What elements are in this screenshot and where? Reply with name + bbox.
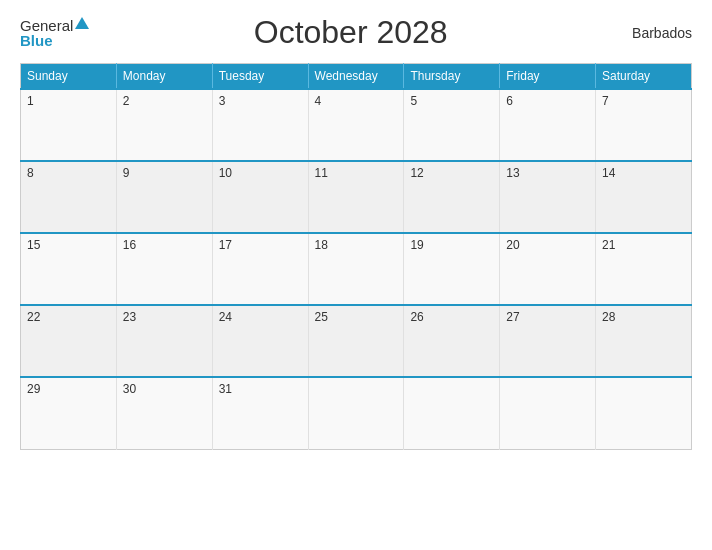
calendar-cell: 10 [212,161,308,233]
calendar-week-5: 293031 [21,377,692,449]
calendar-cell: 16 [116,233,212,305]
day-header-sunday: Sunday [21,64,117,90]
calendar-cell [404,377,500,449]
calendar-week-4: 22232425262728 [21,305,692,377]
calendar-cell: 31 [212,377,308,449]
calendar-week-3: 15161718192021 [21,233,692,305]
calendar-cell: 14 [596,161,692,233]
calendar-cell: 9 [116,161,212,233]
calendar-cell: 1 [21,89,117,161]
calendar-cell: 22 [21,305,117,377]
calendar-cell [596,377,692,449]
day-header-tuesday: Tuesday [212,64,308,90]
day-header-wednesday: Wednesday [308,64,404,90]
calendar-cell: 7 [596,89,692,161]
logo-general-text: General [20,18,73,33]
logo-triangle-icon [75,17,89,29]
calendar-cell: 19 [404,233,500,305]
calendar-cell: 20 [500,233,596,305]
calendar-cell: 27 [500,305,596,377]
day-header-friday: Friday [500,64,596,90]
day-header-saturday: Saturday [596,64,692,90]
calendar-cell: 17 [212,233,308,305]
calendar-cell: 24 [212,305,308,377]
calendar-week-1: 1234567 [21,89,692,161]
calendar-cell: 11 [308,161,404,233]
calendar-cell: 26 [404,305,500,377]
calendar-table: SundayMondayTuesdayWednesdayThursdayFrid… [20,63,692,450]
calendar-cell: 30 [116,377,212,449]
page-header: General Blue October 2028 Barbados [20,10,692,55]
calendar-cell: 2 [116,89,212,161]
calendar-cell: 12 [404,161,500,233]
calendar-cell [308,377,404,449]
calendar-cell: 28 [596,305,692,377]
day-header-monday: Monday [116,64,212,90]
calendar-cell: 6 [500,89,596,161]
logo-blue-text: Blue [20,33,53,48]
calendar-cell: 5 [404,89,500,161]
logo: General Blue [20,18,89,48]
calendar-cell: 29 [21,377,117,449]
calendar-cell: 25 [308,305,404,377]
calendar-cell: 15 [21,233,117,305]
calendar-cell: 4 [308,89,404,161]
calendar-week-2: 891011121314 [21,161,692,233]
calendar-cell: 18 [308,233,404,305]
calendar-cell: 23 [116,305,212,377]
calendar-cell [500,377,596,449]
calendar-cell: 13 [500,161,596,233]
day-header-thursday: Thursday [404,64,500,90]
region-label: Barbados [612,25,692,41]
calendar-body: 1234567891011121314151617181920212223242… [21,89,692,449]
calendar-title: October 2028 [89,14,612,51]
calendar-cell: 8 [21,161,117,233]
calendar-cell: 3 [212,89,308,161]
calendar-header: SundayMondayTuesdayWednesdayThursdayFrid… [21,64,692,90]
days-of-week-row: SundayMondayTuesdayWednesdayThursdayFrid… [21,64,692,90]
calendar-cell: 21 [596,233,692,305]
